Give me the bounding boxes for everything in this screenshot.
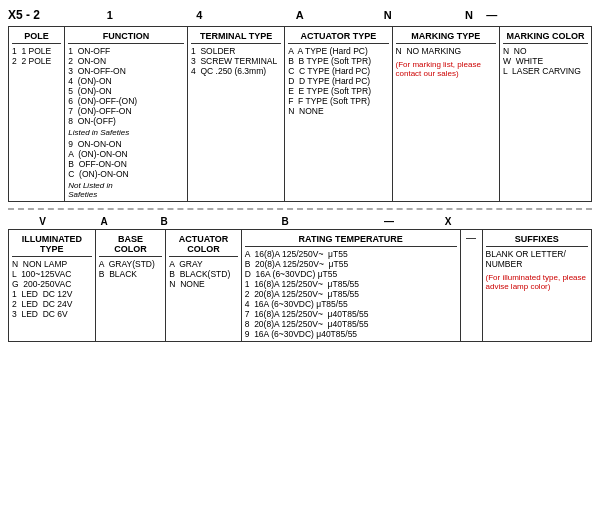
illuminated-type-header: ILLUMINATED TYPE	[12, 232, 92, 257]
function-header: FUNCTION	[68, 29, 184, 44]
rating-temp-entries: A 16(8)A 125/250V~ μT55 B 20(8)A 125/250…	[245, 249, 457, 339]
suffixes-header: SUFFIXES	[486, 232, 589, 247]
terminal-header: TERMINAL TYPE	[191, 29, 281, 44]
base-color-header: BASE COLOR	[99, 232, 163, 257]
marking-type-header: MARKING TYPE	[396, 29, 496, 44]
marking-type-entries: N NO MARKING (For marking list, please c…	[396, 46, 496, 78]
base-color-entries: A GRAY(STD) B BLACK	[99, 259, 163, 279]
terminal-column: TERMINAL TYPE 1 SOLDER 3 SCREW TERMINAL …	[187, 27, 284, 202]
bottom-table: ILLUMINATED TYPE N NON LAMP L 100~125VAC…	[8, 229, 592, 342]
marking-color-entries: N NO W WHITE L LASER CARVING	[503, 46, 588, 76]
base-color-column: BASE COLOR A GRAY(STD) B BLACK	[95, 230, 166, 342]
dotted-separator	[8, 208, 592, 210]
pole-header: POLE	[12, 29, 61, 44]
actuator-type-column: ACTUATOR TYPE A A TYPE (Hard PC) B B TYP…	[285, 27, 392, 202]
dash-column: —	[460, 230, 482, 342]
rating-temp-header: RATING TEMPERATURE	[245, 232, 457, 247]
actuator-color-header: ACTUATOR COLOR	[169, 232, 237, 257]
function-column: FUNCTION 1 ON-OFF 2 ON-ON 3 ON-OFF-ON 4 …	[65, 27, 188, 202]
suffixes-entries: BLANK OR LETTER/ NUMBER (For illuminated…	[486, 249, 589, 291]
part-number-prefix: X5 - 2 1 4 A N N —	[8, 8, 592, 22]
illuminated-type-entries: N NON LAMP L 100~125VAC G 200-250VAC 1 L…	[12, 259, 92, 319]
function-entries: 1 ON-OFF 2 ON-ON 3 ON-OFF-ON 4 (ON)-ON 5…	[68, 46, 184, 199]
actuator-color-entries: A GRAY B BLACK(STD) N NONE	[169, 259, 237, 289]
illuminated-type-column: ILLUMINATED TYPE N NON LAMP L 100~125VAC…	[9, 230, 96, 342]
pole-entries: 1 1 POLE 2 2 POLE	[12, 46, 61, 66]
marking-color-header: MARKING COLOR	[503, 29, 588, 44]
actuator-type-entries: A A TYPE (Hard PC) B B TYPE (Soft TPR) C…	[288, 46, 388, 116]
marking-color-column: MARKING COLOR N NO W WHITE L LASER CARVI…	[499, 27, 591, 202]
actuator-type-header: ACTUATOR TYPE	[288, 29, 388, 44]
suffixes-column: SUFFIXES BLANK OR LETTER/ NUMBER (For il…	[482, 230, 592, 342]
terminal-entries: 1 SOLDER 3 SCREW TERMINAL 4 QC .250 (6.3…	[191, 46, 281, 76]
pole-column: POLE 1 1 POLE 2 2 POLE	[9, 27, 65, 202]
rating-temp-column: RATING TEMPERATURE A 16(8)A 125/250V~ μT…	[241, 230, 460, 342]
page-container: X5 - 2 1 4 A N N —	[8, 8, 592, 342]
bottom-codes-row: V A B B — X	[8, 216, 592, 227]
marking-type-column: MARKING TYPE N NO MARKING (For marking l…	[392, 27, 499, 202]
actuator-color-column: ACTUATOR COLOR A GRAY B BLACK(STD) N NON…	[166, 230, 241, 342]
top-table: POLE 1 1 POLE 2 2 POLE FUNCTION 1 ON-OFF…	[8, 26, 592, 202]
